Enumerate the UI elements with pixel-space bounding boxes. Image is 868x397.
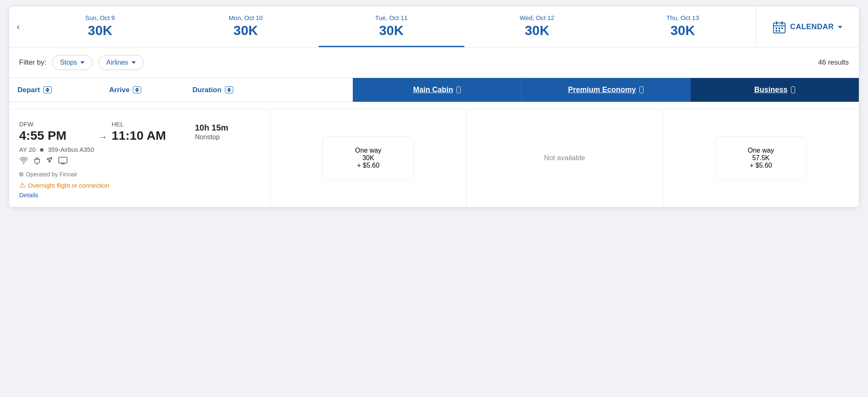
col-header-business[interactable]: Business [690, 78, 859, 102]
date-points: 30K [88, 23, 112, 38]
date-item-3[interactable]: Wed, Oct 12 30K [464, 7, 610, 47]
day-label: Wed, Oct 12 [520, 14, 554, 21]
airlines-label: Airlines [106, 59, 128, 66]
sort-down-icon [45, 90, 50, 92]
svg-rect-7 [778, 30, 780, 32]
depart-airport-code: DFW [19, 121, 94, 128]
details-link[interactable]: Details [19, 191, 262, 198]
price-cells: One way 30K + $5.60 Not available One wa… [270, 109, 859, 207]
svg-rect-4 [778, 28, 780, 29]
operated-dot-icon [19, 172, 23, 176]
premium-economy-sort-icon[interactable] [639, 86, 644, 93]
depart-time: 4:55 PM [19, 128, 94, 143]
main-container: ‹ Sun, Oct 9 30K Mon, Oct 10 30K Tue, Oc… [9, 7, 859, 207]
main-cabin-label: Main Cabin [413, 85, 453, 94]
warning-triangle-icon: ⚠ [19, 181, 25, 190]
stops-text: Nonstop [195, 133, 262, 141]
business-one-way-label: One way [748, 147, 774, 154]
business-points: 57.5K [752, 154, 770, 162]
calendar-label: CALENDAR [790, 23, 834, 31]
date-points: 30K [234, 23, 258, 38]
arrive-time: 11:10 AM [112, 128, 178, 143]
sort-up-icon [135, 88, 139, 90]
col-header-duration[interactable]: Duration [184, 78, 353, 102]
premium-economy-label: Premium Economy [568, 85, 636, 94]
stops-label: Stops [60, 59, 77, 66]
airlines-filter-button[interactable]: Airlines [98, 55, 143, 70]
col-header-main-cabin[interactable]: Main Cabin [353, 78, 521, 102]
depart-arrive-row: DFW 4:55 PM → HEL 11:10 AM 10h 15m Nonst… [19, 119, 262, 143]
col-header-arrive[interactable]: Arrive [101, 78, 184, 102]
depart-sort-icon[interactable] [43, 86, 52, 93]
wifi-icon [19, 157, 28, 166]
day-label: Thu, Oct 13 [666, 14, 699, 21]
date-points: 30K [379, 23, 404, 38]
business-label: Business [754, 85, 788, 94]
flight-left-section: DFW 4:55 PM → HEL 11:10 AM 10h 15m Nonst… [9, 109, 270, 207]
arrive-sort-icon[interactable] [133, 86, 141, 93]
main-cabin-cash: + $5.60 [357, 162, 379, 169]
depart-header-label: Depart [17, 86, 40, 94]
overnight-warning: ⚠ Overnight flight or connection [19, 181, 262, 190]
svg-rect-6 [776, 30, 777, 32]
dates-wrapper: Sun, Oct 9 30K Mon, Oct 10 30K Tue, Oct … [27, 7, 756, 47]
duration-sort-icon[interactable] [225, 86, 233, 93]
stops-filter-button[interactable]: Stops [52, 55, 92, 70]
main-cabin-one-way-label: One way [355, 147, 382, 154]
svg-rect-5 [781, 28, 783, 29]
main-cabin-sort-icon[interactable] [456, 86, 461, 93]
filter-bar: Filter by: Stops Airlines 46 results [9, 48, 859, 78]
premium-economy-unavailable-label: Not available [544, 154, 585, 162]
duration-header-label: Duration [192, 86, 222, 94]
prev-date-button[interactable]: ‹ [9, 7, 27, 47]
business-price-cell[interactable]: One way 57.5K + $5.60 [663, 109, 859, 207]
flight-list: DFW 4:55 PM → HEL 11:10 AM 10h 15m Nonst… [9, 109, 859, 207]
main-cabin-points: 30K [362, 154, 374, 162]
operated-by: Operated by Finnair [19, 171, 262, 178]
day-label: Sun, Oct 9 [85, 14, 115, 21]
col-header-depart[interactable]: Depart [9, 78, 101, 102]
premium-economy-price-cell: Not available [466, 109, 662, 207]
usb-icon [46, 156, 53, 167]
day-label: Mon, Oct 10 [229, 14, 263, 21]
svg-rect-2 [781, 21, 783, 25]
business-price-box[interactable]: One way 57.5K + $5.60 [715, 136, 807, 180]
business-cash: + $5.60 [750, 162, 772, 169]
main-cabin-price-cell[interactable]: One way 30K + $5.60 [270, 109, 466, 207]
arrive-col: HEL 11:10 AM [112, 121, 178, 143]
svg-rect-3 [776, 28, 777, 29]
arrive-airport-code: HEL [112, 121, 178, 128]
filter-by-label: Filter by: [19, 58, 46, 67]
flight-number: AY 20 ■ 359-Airbus A350 [19, 146, 262, 153]
svg-rect-1 [776, 21, 777, 25]
date-item-1[interactable]: Mon, Oct 10 30K [173, 7, 319, 47]
date-points: 30K [525, 23, 549, 38]
date-item-0[interactable]: Sun, Oct 9 30K [27, 7, 173, 47]
results-count: 46 results [818, 58, 849, 67]
day-label: Tue, Oct 11 [375, 14, 408, 21]
duration-text: 10h 15m [195, 123, 262, 133]
airlines-chevron-icon [132, 61, 136, 64]
main-cabin-price-box[interactable]: One way 30K + $5.60 [322, 136, 414, 180]
entertainment-icon [58, 157, 67, 166]
business-sort-icon[interactable] [791, 86, 795, 93]
sort-down-icon [135, 90, 139, 92]
table-row: DFW 4:55 PM → HEL 11:10 AM 10h 15m Nonst… [9, 109, 859, 207]
depart-col: DFW 4:55 PM [19, 121, 94, 143]
flight-left-inner: DFW 4:55 PM → HEL 11:10 AM 10h 15m Nonst… [19, 119, 262, 198]
col-header-premium-economy[interactable]: Premium Economy [521, 78, 690, 102]
flight-arrow-icon: → [98, 119, 107, 143]
date-points: 30K [671, 23, 695, 38]
date-item-2[interactable]: Tue, Oct 11 30K [319, 7, 464, 47]
date-bar: ‹ Sun, Oct 9 30K Mon, Oct 10 30K Tue, Oc… [9, 7, 859, 48]
sort-up-icon [227, 88, 231, 90]
stops-chevron-icon [80, 61, 85, 64]
calendar-chevron-icon [838, 26, 842, 28]
sort-up-icon [45, 88, 50, 90]
date-item-4[interactable]: Thu, Oct 13 30K [610, 7, 756, 47]
power-icon [33, 156, 41, 167]
arrive-header-label: Arrive [109, 86, 130, 94]
svg-rect-12 [59, 157, 67, 163]
flight-amenities [19, 156, 262, 167]
calendar-button[interactable]: CALENDAR [756, 7, 859, 47]
